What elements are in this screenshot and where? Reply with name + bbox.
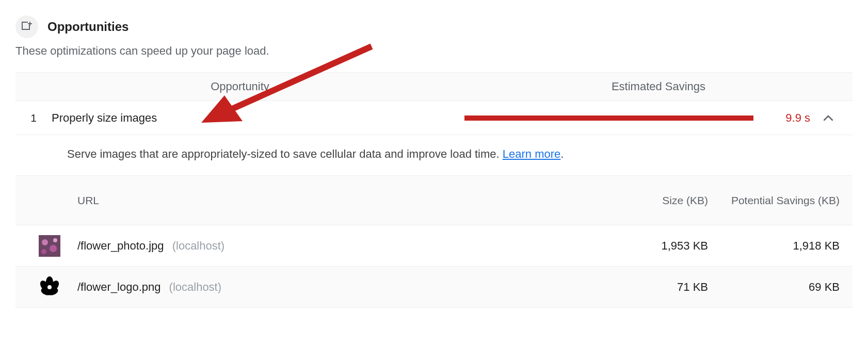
savings-value: 9.9 s <box>753 111 815 125</box>
url-origin: (localhost) <box>169 280 221 293</box>
svg-point-5 <box>42 239 48 245</box>
url-cell: /flower_logo.png (localhost) <box>77 280 584 294</box>
url-path: /flower_photo.jpg <box>77 239 164 252</box>
opportunity-description: Serve images that are appropriately-size… <box>15 135 853 176</box>
section-subtitle: These optimizations can speed up your pa… <box>15 44 853 58</box>
learn-more-link[interactable]: Learn more <box>503 147 561 160</box>
opportunity-index: 1 <box>15 112 52 124</box>
section-title: Opportunities <box>47 20 128 34</box>
table-row: /flower_logo.png (localhost) 71 KB 69 KB <box>15 267 853 308</box>
chevron-up-icon[interactable] <box>815 112 841 123</box>
savings-cell: 69 KB <box>718 280 853 294</box>
table-header: URL Size (KB) Potential Savings (KB) <box>15 176 853 225</box>
description-suffix: . <box>560 147 564 160</box>
url-cell: /flower_photo.jpg (localhost) <box>77 239 584 253</box>
svg-point-15 <box>47 285 52 289</box>
thumbnail-cell <box>15 235 77 257</box>
table-header-url: URL <box>15 194 584 207</box>
column-header-opportunity: Opportunity <box>15 80 464 93</box>
savings-cell: 1,918 KB <box>718 239 853 253</box>
size-cell: 71 KB <box>584 280 718 294</box>
thumbnail-cell <box>15 276 77 298</box>
opportunity-name: Properly size images <box>52 111 464 125</box>
image-thumbnail <box>39 276 60 298</box>
section-header: Opportunities <box>15 15 853 38</box>
table-header-savings: Potential Savings (KB) <box>718 194 853 207</box>
svg-point-6 <box>50 245 57 252</box>
svg-rect-4 <box>39 235 60 257</box>
opportunities-icon <box>15 15 38 38</box>
svg-point-8 <box>41 249 46 254</box>
table-row: /flower_photo.jpg (localhost) 1,953 KB 1… <box>15 225 853 267</box>
savings-bar <box>464 115 753 121</box>
image-thumbnail <box>39 235 60 257</box>
columns-header: Opportunity Estimated Savings <box>15 72 853 101</box>
description-text: Serve images that are appropriately-size… <box>67 147 503 160</box>
savings-bar-container <box>464 115 753 121</box>
table-header-size: Size (KB) <box>584 194 718 207</box>
size-cell: 1,953 KB <box>584 239 718 253</box>
column-header-savings: Estimated Savings <box>464 80 853 93</box>
opportunity-row[interactable]: 1 Properly size images 9.9 s <box>15 101 853 135</box>
url-origin: (localhost) <box>172 239 224 252</box>
svg-point-7 <box>53 238 57 242</box>
url-path: /flower_logo.png <box>77 280 160 293</box>
